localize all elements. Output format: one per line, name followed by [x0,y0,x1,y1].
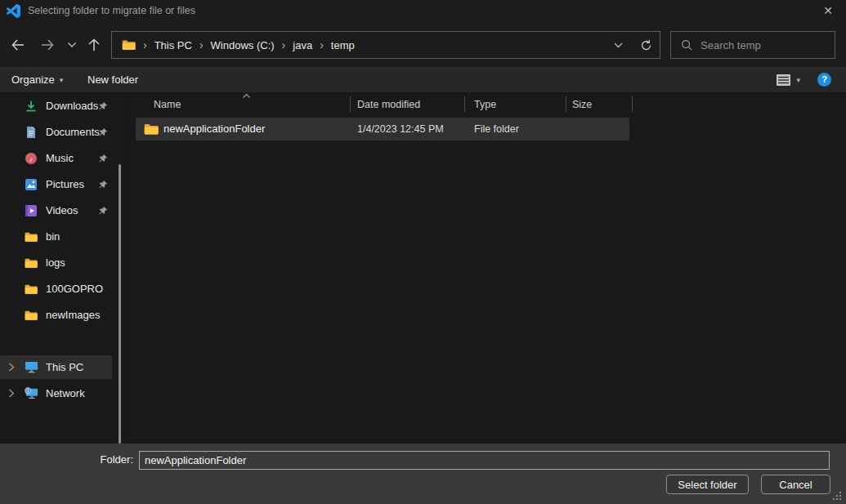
resize-grip[interactable] [833,492,835,493]
command-bar: Organize▾ New folder ▾ ? [0,67,846,92]
sidebar-item-label: Downloads [46,95,98,118]
sidebar-item-label: newImages [46,304,100,327]
organize-label: Organize [11,74,55,86]
sidebar-item-label: logs [46,252,65,274]
music-icon: ♪ [25,152,38,165]
search-input[interactable] [671,32,835,58]
pin-icon [98,127,108,137]
sidebar-item-pictures[interactable]: Pictures [3,173,123,196]
close-button[interactable]: ✕ [815,2,841,20]
select-folder-button[interactable]: Select folder [666,475,749,494]
chevron-right-icon[interactable] [8,363,15,372]
sidebar-item-bin[interactable]: bin [3,225,123,248]
column-header-type[interactable]: Type [474,92,496,115]
sidebar-item-label: Videos [46,199,78,222]
file-name: newApplicationFolder [163,118,265,140]
column-header-name[interactable]: Name [154,92,181,115]
documents-icon [25,126,38,139]
organize-button[interactable]: Organize▾ [5,68,69,92]
folder-name-input[interactable] [139,451,830,470]
sidebar-item-100gopro[interactable]: 100GOPRO [3,278,123,301]
folder-icon [25,256,38,270]
new-folder-button[interactable]: New folder [81,68,145,92]
address-folder-icon [122,39,136,51]
pin-icon [98,206,108,216]
downloads-icon [25,100,38,113]
sidebar-item-music[interactable]: ♪ Music [3,147,123,170]
breadcrumb-windows-c[interactable]: Windows (C:) [211,39,275,51]
dialog-footer: Folder: Select folder Cancel [0,444,846,504]
chevron-down-icon: ▾ [796,76,800,84]
pin-icon [98,154,108,163]
sidebar-item-documents[interactable]: Documents [3,121,123,144]
list-view-icon [776,74,791,87]
forward-button[interactable] [36,33,59,56]
file-list-pane: Name Date modified Type Size newApplicat… [129,92,846,444]
view-options-button[interactable]: ▾ [776,70,800,90]
column-divider[interactable] [464,96,465,112]
folder-field-label: Folder: [65,444,133,476]
sidebar-scrollbar[interactable] [119,164,121,444]
this-pc-icon [25,360,38,374]
folder-icon [25,230,38,243]
vscode-icon [7,4,20,18]
folder-icon [144,122,159,136]
sidebar-item-label: Network [46,381,85,405]
title-bar: Selecting folder to migrate file or file… [0,0,846,22]
search-box[interactable] [670,31,835,59]
navigation-pane: Downloads Documents ♪ [0,92,129,444]
back-button[interactable] [7,33,29,56]
breadcrumb-separator: › [136,38,154,51]
chevron-down-icon: ▾ [60,76,64,84]
cancel-button[interactable]: Cancel [761,475,830,494]
column-divider[interactable] [632,96,633,112]
address-bar[interactable]: › This PC › Windows (C:) › java › temp [111,31,660,59]
folder-picker-dialog: Selecting folder to migrate file or file… [0,0,846,504]
new-folder-label: New folder [87,74,138,86]
breadcrumb-temp[interactable]: temp [331,39,355,51]
navigation-bar: › This PC › Windows (C:) › java › temp [0,22,846,67]
column-header-date-modified[interactable]: Date modified [357,92,420,115]
up-button[interactable] [83,33,105,56]
breadcrumb-separator: › [312,38,331,51]
help-button[interactable]: ? [817,73,831,87]
sidebar-item-logs[interactable]: logs [3,252,123,274]
sidebar-item-videos[interactable]: Videos [3,199,123,222]
pictures-icon [25,178,38,191]
breadcrumb-this-pc[interactable]: This PC [154,39,192,51]
folder-icon [25,283,38,296]
column-header-size[interactable]: Size [572,92,592,115]
sidebar-item-label: Pictures [46,173,84,196]
breadcrumb-separator: › [275,38,293,51]
recent-locations-chevron[interactable] [60,33,83,56]
sidebar-item-this-pc[interactable]: This PC [0,355,112,379]
sidebar-item-label: Music [46,147,74,170]
address-dropdown-chevron[interactable] [604,33,632,56]
sidebar-item-label: 100GOPRO [46,278,103,301]
sidebar-item-downloads[interactable]: Downloads [3,95,123,118]
pin-icon [98,101,108,111]
svg-text:♪: ♪ [29,155,34,163]
breadcrumb-separator: › [192,38,211,51]
sidebar-item-label: Documents [46,121,100,144]
sidebar-item-network[interactable]: Network [0,381,112,405]
file-type: File folder [474,118,519,140]
column-divider[interactable] [566,96,566,112]
breadcrumb-java[interactable]: java [293,39,312,51]
column-divider[interactable] [350,96,351,112]
videos-icon [25,204,38,217]
column-header-row: Name Date modified Type Size [129,92,846,115]
file-row-newapplicationfolder[interactable]: newApplicationFolder 1/4/2023 12:45 PM F… [136,118,629,140]
sidebar-item-label: This PC [46,355,83,379]
dialog-body: Downloads Documents ♪ [0,92,846,444]
refresh-icon[interactable] [632,33,660,56]
pin-icon [98,180,108,190]
folder-icon [25,309,38,322]
network-icon [25,386,38,400]
sort-ascending-icon [242,93,251,99]
sidebar-item-newimages[interactable]: newImages [3,304,123,327]
chevron-right-icon[interactable] [8,389,15,398]
file-date-modified: 1/4/2023 12:45 PM [357,118,444,140]
window-title: Selecting folder to migrate file or file… [28,5,195,16]
sidebar-item-label: bin [46,225,60,248]
